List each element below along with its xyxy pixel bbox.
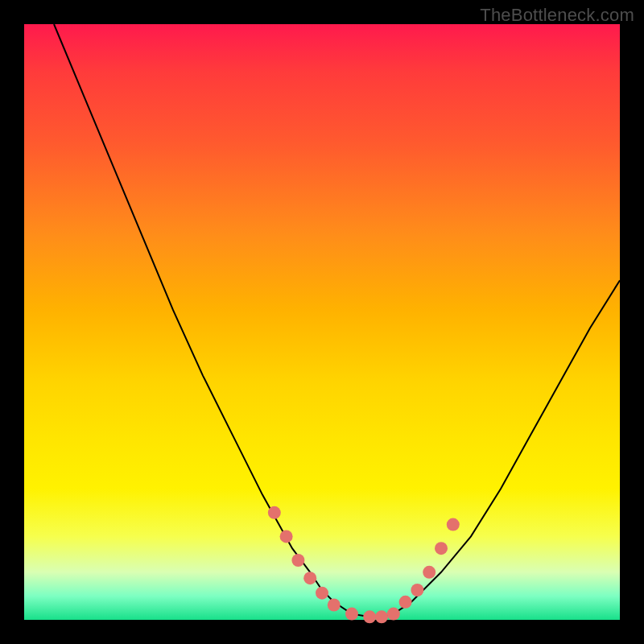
marker-point bbox=[447, 518, 460, 531]
marker-point bbox=[328, 599, 341, 612]
marker-point bbox=[363, 610, 376, 623]
marker-point bbox=[291, 554, 304, 567]
chart-frame: TheBottleneck.com bbox=[0, 0, 644, 644]
marker-point bbox=[268, 506, 281, 519]
watermark-text: TheBottleneck.com bbox=[480, 5, 634, 26]
marker-point bbox=[399, 596, 412, 609]
marker-group bbox=[268, 506, 460, 624]
marker-point bbox=[387, 608, 400, 621]
marker-point bbox=[411, 584, 423, 597]
marker-point bbox=[345, 608, 358, 621]
bottleneck-curve bbox=[54, 24, 620, 617]
marker-point bbox=[316, 587, 328, 600]
marker-point bbox=[303, 572, 316, 584]
marker-point bbox=[435, 542, 448, 555]
marker-point bbox=[280, 530, 293, 543]
marker-point bbox=[423, 566, 436, 579]
marker-point bbox=[375, 610, 388, 623]
chart-svg bbox=[24, 24, 620, 620]
